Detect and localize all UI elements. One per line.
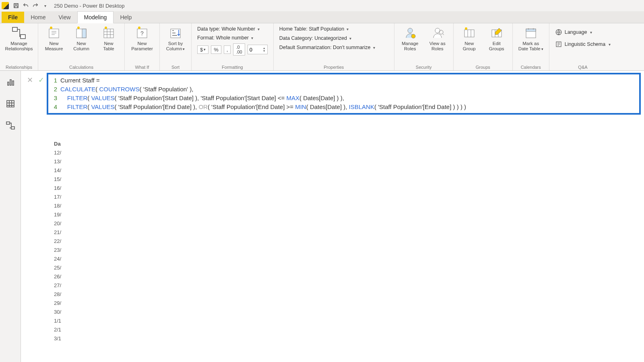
date-list: Da 12/13/14/15/16/17/18/19/20/21/22/23/2… <box>54 139 61 343</box>
new-column-button[interactable]: New Column <box>69 25 94 52</box>
date-row: 26/ <box>54 272 61 281</box>
relationships-icon <box>12 26 26 40</box>
view-as-roles-button[interactable]: View as Roles <box>425 25 450 52</box>
svg-point-16 <box>408 28 413 33</box>
titlebar: ▾ 250 Demo - Power BI Desktop <box>0 0 644 11</box>
qat-customize-icon[interactable]: ▾ <box>40 1 50 10</box>
ribbon-group-calendars: Mark as Date Table▾ Calendars <box>513 23 549 70</box>
app-icon <box>2 2 9 9</box>
data-view-icon[interactable] <box>3 97 18 111</box>
home-table-dropdown[interactable]: Home Table: Staff Population▾ <box>277 25 391 33</box>
svg-rect-32 <box>11 127 14 129</box>
formula-bar: ✕ ✓ 1Current Staff = 2CALCULATE( COUNTRO… <box>24 73 641 115</box>
date-row: 16/ <box>54 183 61 192</box>
view-roles-icon <box>430 26 445 40</box>
mark-as-date-table-button[interactable]: Mark as Date Table▾ <box>516 25 546 52</box>
svg-rect-28 <box>10 80 11 85</box>
svg-rect-8 <box>82 29 86 38</box>
svg-rect-31 <box>6 122 10 124</box>
default-summarization-dropdown[interactable]: Default Summarization: Don't summarize▾ <box>277 43 391 51</box>
ribbon-group-whatif: ? New Parameter What If <box>125 23 160 70</box>
svg-rect-27 <box>8 82 9 85</box>
svg-rect-20 <box>464 30 474 37</box>
date-row: 21/ <box>54 228 61 237</box>
svg-rect-29 <box>12 81 14 85</box>
date-row: 15/ <box>54 175 61 183</box>
undo-icon[interactable] <box>21 1 31 10</box>
svg-rect-10 <box>104 29 114 38</box>
percent-button[interactable]: % <box>211 45 221 54</box>
svg-point-14 <box>138 27 140 29</box>
canvas: Date 1/0 ✕ ✓ 1Current Staff = 2CALCULATE… <box>21 71 644 362</box>
new-group-icon <box>462 26 477 40</box>
svg-point-21 <box>465 27 467 30</box>
svg-rect-2 <box>15 6 18 8</box>
tab-help[interactable]: Help <box>114 12 138 23</box>
decimals-input[interactable]: 0 ▲▼ <box>248 45 268 54</box>
svg-rect-1 <box>15 4 17 5</box>
ribbon-group-formatting: Data type: Whole Number▾ Format: Whole n… <box>192 23 274 70</box>
cancel-formula-icon[interactable]: ✕ <box>24 74 35 86</box>
date-row: 18/ <box>54 201 61 210</box>
commit-formula-icon[interactable]: ✓ <box>35 74 47 86</box>
date-row: 23/ <box>54 245 61 254</box>
redo-icon[interactable] <box>31 1 40 10</box>
save-icon[interactable] <box>11 1 21 10</box>
manage-roles-button[interactable]: Manage Roles <box>398 25 423 52</box>
parameter-icon: ? <box>135 26 149 40</box>
formula-editor[interactable]: 1Current Staff = 2CALCULATE( COUNTROWS( … <box>47 73 641 115</box>
tab-view[interactable]: View <box>52 12 77 23</box>
table-icon <box>101 26 116 40</box>
currency-button[interactable]: $ ▾ <box>197 45 208 54</box>
date-row: 24/ <box>54 254 61 263</box>
svg-point-17 <box>411 34 415 38</box>
date-row: 22/ <box>54 237 61 245</box>
new-measure-button[interactable]: New Measure <box>41 25 66 52</box>
column-icon <box>74 26 89 40</box>
edit-groups-icon <box>489 26 504 40</box>
svg-rect-30 <box>7 101 14 107</box>
manage-relationships-button[interactable]: Manage Relationships <box>3 25 35 52</box>
tab-home[interactable]: Home <box>24 12 52 23</box>
new-parameter-button[interactable]: ? New Parameter <box>128 25 156 52</box>
tab-file[interactable]: File <box>2 12 24 23</box>
date-row: 20/ <box>54 219 61 228</box>
manage-roles-icon <box>403 26 417 40</box>
svg-point-9 <box>77 27 80 29</box>
date-row: 13/ <box>54 157 61 166</box>
calendar-icon <box>524 26 538 40</box>
new-group-button[interactable]: New Group <box>457 25 482 52</box>
ribbon-group-sort: Sort by Column▾ Sort <box>160 23 192 70</box>
date-row: 14/ <box>54 166 61 175</box>
date-row: 3/1 <box>54 334 61 343</box>
ribbon-tabs: File Home View Modeling Help <box>0 11 644 23</box>
sort-icon <box>168 26 183 40</box>
decimal-format-button[interactable]: .0.00 <box>233 43 245 56</box>
window-title: 250 Demo - Power BI Desktop <box>54 3 125 9</box>
ribbon: Manage Relationships Relationships New M… <box>0 23 644 71</box>
date-row: 2/1 <box>54 325 61 334</box>
model-view-icon[interactable] <box>3 118 18 133</box>
linguistic-schema-dropdown[interactable]: Linguistic Schema▾ <box>553 39 613 49</box>
format-dropdown[interactable]: Format: Whole number▾ <box>195 34 270 42</box>
svg-text:?: ? <box>140 30 144 37</box>
ribbon-group-properties: Home Table: Staff Population▾ Data Categ… <box>274 23 394 70</box>
ribbon-group-groups: New Group Edit Groups Groups <box>454 23 513 70</box>
new-table-button[interactable]: New Table <box>96 25 121 52</box>
edit-groups-button[interactable]: Edit Groups <box>484 25 509 52</box>
language-dropdown[interactable]: Language▾ <box>553 27 613 37</box>
tab-modeling[interactable]: Modeling <box>77 11 114 23</box>
data-category-dropdown[interactable]: Data Category: Uncategorized▾ <box>277 34 391 42</box>
date-row: 17/ <box>54 192 61 201</box>
comma-button[interactable]: , <box>224 45 231 54</box>
ribbon-group-security: Manage Roles View as Roles Security <box>394 23 454 70</box>
date-row: 1/1 <box>54 316 61 325</box>
ribbon-group-relationships: Manage Relationships Relationships <box>0 23 38 70</box>
date-row: 12/ <box>54 148 61 157</box>
sort-by-column-button[interactable]: Sort by Column▾ <box>163 25 188 52</box>
date-row: 27/ <box>54 281 61 290</box>
ribbon-group-calculations: New Measure New Column New Table Calcula… <box>38 23 125 70</box>
svg-rect-3 <box>12 27 17 31</box>
data-type-dropdown[interactable]: Data type: Whole Number▾ <box>195 25 270 33</box>
report-view-icon[interactable] <box>3 75 18 89</box>
